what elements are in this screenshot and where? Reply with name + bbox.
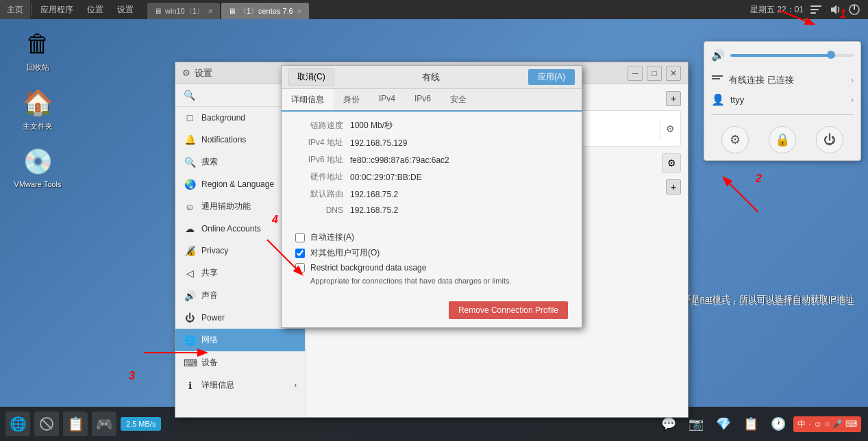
volume-slider[interactable] (730, 54, 854, 57)
dialog-title: 有线 (334, 71, 528, 84)
dialog-body: 链路速度 1000 Mb/秒 IPv4 地址 192.168.75.129 IP… (282, 112, 582, 293)
tray-divider (711, 114, 854, 115)
network-item-settings-btn[interactable]: ⚙ (660, 118, 680, 139)
wired-add-btn[interactable]: + (666, 91, 681, 106)
dialog-tab-identity[interactable]: 身份 (334, 89, 369, 110)
volume-row: 🔊 (711, 49, 854, 62)
recycle-bin-icon[interactable]: 🗑 回收站 (14, 27, 62, 73)
sidebar-accessibility-icon: ☺ (184, 201, 196, 212)
desktop-icon-area: 🗑 回收站 🏠 主文件夹 💿 VMware Tools (14, 27, 62, 188)
home-folder-label: 主文件夹 (23, 121, 53, 131)
volume-icon: 🔊 (711, 49, 725, 62)
window-maximize-btn[interactable]: □ (647, 66, 662, 81)
ipv6-value: fe80::c998:87a6:79ac:6ac2 (350, 155, 449, 165)
sidebar-sharing-icon: ◁ (184, 268, 196, 279)
vpn-add-btn[interactable]: + (666, 179, 681, 194)
dialog-tabs: 详细信息 身份 IPv4 IPv6 安全 (282, 89, 582, 112)
recycle-bin-label: 回收站 (27, 62, 49, 73)
ime-area[interactable]: 中 · ☺ ○ 🎤 ⌨ (793, 416, 861, 432)
restrict-checkbox[interactable] (295, 263, 305, 273)
speed-value: 2.5 MB/s (126, 420, 156, 428)
auto-connect-row: 自动连接(A) (295, 231, 568, 243)
sidebar-details-chevron: › (295, 381, 297, 389)
recycle-bin-image: 🗑 (21, 27, 54, 60)
sidebar-search-label: 搜索 (201, 156, 218, 168)
tray-power-btn[interactable]: ⏻ (816, 126, 843, 153)
svg-line-9 (724, 178, 758, 212)
tab-win10[interactable]: 🖥 win10〈1〉 ✕ (147, 3, 220, 19)
ime-circle: ○ (825, 419, 830, 429)
dialog-tab-details[interactable]: 详细信息 (282, 89, 334, 112)
tab-centos-label: 〈1〉centos 7.6 (239, 6, 293, 16)
extra-settings-btn[interactable]: ⚙ (662, 153, 681, 173)
sidebar-network-label: 网络 (201, 334, 218, 346)
home-folder-image: 🏠 (21, 86, 54, 119)
dns-value: 192.168.75.2 (350, 205, 398, 215)
tray-lock-btn[interactable]: 🔒 (769, 126, 796, 153)
dialog-tab-ipv6[interactable]: IPv6 (405, 89, 441, 110)
tray-popup: 🔊 有线连接 已连接 › 👤 ttyy › ⚙ 🔒 ⏻ (704, 41, 861, 161)
sidebar-item-network[interactable]: 🌐 网络 (175, 329, 305, 351)
default-route-row: 默认路由 192.168.75.2 (295, 188, 568, 200)
bottom-app-copy[interactable]: 📋 (739, 412, 763, 436)
auto-connect-checkbox[interactable] (295, 233, 305, 242)
bottom-icon-network[interactable]: 🌐 (5, 412, 30, 436)
bottom-icon-block[interactable] (34, 412, 59, 436)
vmware-tools-label: VMware Tools (14, 180, 62, 188)
svg-rect-2 (810, 12, 816, 14)
ime-label: 中 (797, 418, 806, 430)
sidebar-item-devices[interactable]: ⌨ 设备 (175, 351, 305, 374)
sidebar-details-label: 详细信息 (201, 379, 234, 391)
tab-centos-close[interactable]: ✕ (297, 8, 302, 15)
default-route-label: 默认路由 (295, 188, 350, 200)
tab-bar: 🖥 win10〈1〉 ✕ 🖥 〈1〉centos 7.6 ✕ (147, 0, 750, 19)
user-item[interactable]: 👤 ttyy › (711, 90, 854, 109)
ipv4-row: IPv4 地址 192.168.75.129 (295, 137, 568, 149)
ime-dot: · (808, 419, 810, 429)
num-label-4: 4 (272, 214, 278, 226)
window-controls: ─ □ ✕ (628, 66, 681, 81)
remove-connection-profile-btn[interactable]: Remove Connection Profile (449, 301, 568, 319)
restrict-row: Restrict background data usage (295, 263, 568, 273)
apps-menu[interactable]: 应用程序 (34, 0, 80, 19)
other-users-checkbox[interactable] (295, 249, 305, 258)
bottom-app-gem[interactable]: 💎 (711, 412, 736, 436)
window-minimize-btn[interactable]: ─ (628, 66, 643, 81)
auto-connect-label: 自动连接(A) (310, 231, 354, 243)
settings-title-icon: ⚙ (182, 68, 190, 78)
settings-menu[interactable]: 设置 (110, 0, 140, 19)
bottom-clock[interactable]: 🕐 (766, 412, 791, 436)
tab-centos[interactable]: 🖥 〈1〉centos 7.6 ✕ (221, 3, 309, 19)
dialog-tab-ipv4[interactable]: IPv4 (369, 89, 405, 110)
window-close-btn[interactable]: ✕ (666, 66, 681, 81)
wired-chevron: › (851, 75, 854, 85)
wired-network-item[interactable]: 有线连接 已连接 › (711, 70, 854, 90)
dialog-tab-security[interactable]: 安全 (441, 89, 476, 110)
sidebar-power-icon: ⏻ (184, 312, 196, 323)
dialog-apply-btn[interactable]: 应用(A) (528, 69, 575, 85)
tab-win10-close[interactable]: ✕ (208, 8, 213, 15)
bottom-icon-game[interactable]: 🎮 (92, 412, 116, 436)
power-tray-icon[interactable] (847, 3, 861, 16)
wired-network-label: 有线连接 已连接 (729, 74, 794, 86)
sidebar-item-details[interactable]: ℹ 详细信息 › (175, 374, 305, 396)
tray-settings-btn[interactable]: ⚙ (721, 126, 749, 153)
clock-display: 星期五 22：01 (750, 4, 804, 16)
dns-row: DNS 192.168.75.2 (295, 205, 568, 215)
bottom-icon-clipboard[interactable]: 📋 (63, 412, 88, 436)
vmware-tools-icon[interactable]: 💿 VMware Tools (14, 145, 62, 188)
taskbar-top: 主页 应用程序 位置 设置 🖥 win10〈1〉 ✕ 🖥 〈1〉centos 7… (0, 0, 868, 19)
home-folder-icon[interactable]: 🏠 主文件夹 (14, 86, 62, 131)
position-menu[interactable]: 位置 (80, 0, 110, 19)
sidebar-devices-icon: ⌨ (184, 357, 196, 368)
network-tray-icon[interactable] (809, 3, 823, 16)
user-icon: 👤 (711, 93, 725, 106)
volume-knob (827, 51, 835, 59)
home-menu[interactable]: 主页 (0, 0, 30, 19)
sidebar-online-accounts-icon: ☁ (184, 223, 196, 234)
dialog-cancel-btn[interactable]: 取消(C) (288, 68, 334, 86)
tray-bottom-actions: ⚙ 🔒 ⏻ (711, 121, 854, 153)
sidebar-region-label: Region & Language (201, 179, 274, 189)
svg-rect-6 (712, 75, 723, 77)
other-users-label: 对其他用户可用(O) (310, 247, 380, 259)
